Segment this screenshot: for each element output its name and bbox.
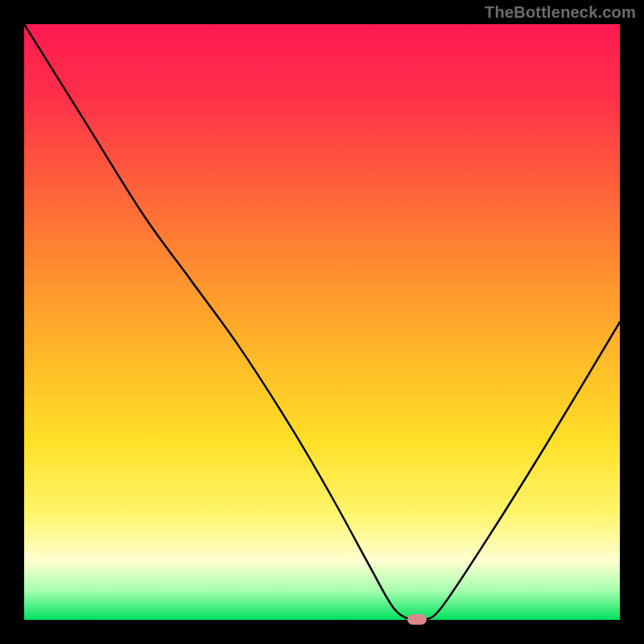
plot-area (24, 24, 620, 620)
bottleneck-curve (24, 24, 620, 620)
chart-frame: TheBottleneck.com (0, 0, 644, 644)
optimal-marker (407, 614, 427, 625)
watermark-label: TheBottleneck.com (485, 3, 636, 22)
